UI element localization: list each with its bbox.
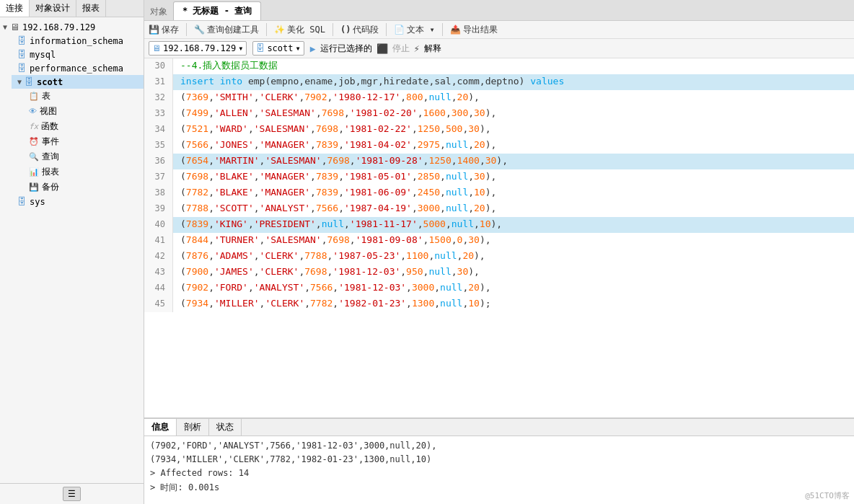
result-time: > 时间: 0.001s [150, 481, 848, 495]
code-lines: 30 --4.插入数据员工数据 31 insert into emp(empno… [144, 58, 854, 417]
line-num-42: 42 [144, 249, 173, 265]
line-num-44: 44 [144, 280, 173, 296]
tree-item-events[interactable]: ⏰ 事件 [23, 134, 144, 149]
views-icon: 👁 [29, 107, 37, 116]
tree-item-performance-schema[interactable]: 🗄 performance_schema [12, 61, 144, 75]
tree-item-views[interactable]: 👁 视图 [23, 104, 144, 119]
tables-label: 表 [42, 90, 50, 102]
snippet-button[interactable]: () 代码段 [340, 24, 379, 36]
sidebar-tab-design[interactable]: 对象设计 [30, 0, 76, 17]
backups-icon: 💾 [29, 182, 39, 192]
line-content-43: (7900,'JAMES','CLERK',7698,'1981-12-03',… [173, 265, 854, 280]
server-select[interactable]: 🖥 192.168.79.129 ▾ [149, 41, 247, 56]
toolbar: 💾 保存 🔧 查询创建工具 ✨ 美化 SQL () 代码段 📄 文本 ▾ 📤 导… [144, 21, 854, 39]
sidebar-tab-connection[interactable]: 连接 [0, 0, 30, 17]
tree-item-sys[interactable]: 🗄 sys [12, 195, 144, 208]
db-label-perf: performance_schema [30, 63, 123, 74]
run-label[interactable]: 运行已选择的 [320, 43, 372, 55]
tree-item-information-schema[interactable]: 🗄 information_schema [12, 34, 144, 48]
tab-query[interactable]: * 无标题 - 查询 [173, 1, 261, 20]
query-tool-button[interactable]: 🔧 查询创建工具 [194, 24, 259, 36]
database-select-icon: 🗄 [256, 43, 265, 53]
export-label: 导出结果 [463, 24, 498, 36]
reports-label: 报表 [42, 166, 59, 178]
bottom-tab-status[interactable]: 状态 [209, 419, 242, 436]
functions-icon: fx [29, 122, 38, 131]
line-num-35: 35 [144, 138, 173, 154]
code-editor[interactable]: 30 --4.插入数据员工数据 31 insert into emp(empno… [144, 58, 854, 417]
line-num-33: 33 [144, 106, 173, 122]
line-content-37: (7698,'BLAKE','MANAGER',7839,'1981-05-01… [173, 169, 854, 185]
beautify-icon: ✨ [274, 25, 285, 35]
backups-label: 备份 [42, 181, 59, 193]
sidebar-bottom: ☰ [0, 483, 144, 504]
db-icon-perf: 🗄 [17, 63, 27, 74]
query-tool-icon: 🔧 [194, 25, 205, 35]
db-icon-mysql: 🗄 [17, 49, 27, 60]
sidebar: 连接 对象设计 报表 ▼ 🖥 192.168.79.129 🗄 informat… [0, 0, 144, 504]
code-line-34: 34 (7521,'WARD','SALESMAN',7698,'1981-02… [144, 122, 854, 138]
tree-item-mysql[interactable]: 🗄 mysql [12, 48, 144, 61]
server-select-icon: 🖥 [152, 43, 161, 53]
save-button[interactable]: 💾 保存 [149, 24, 179, 36]
line-num-37: 37 [144, 169, 173, 185]
result-line-1: (7902,'FORD','ANALYST',7566,'1981-12-03'… [150, 439, 848, 453]
events-icon: ⏰ [29, 137, 39, 146]
text-button[interactable]: 📄 文本 ▾ [394, 24, 434, 36]
code-line-35: 35 (7566,'JONES','MANAGER',7839,'1981-04… [144, 138, 854, 154]
result-line-2: (7934,'MILLER','CLERK',7782,'1982-01-23'… [150, 453, 848, 467]
code-line-41: 41 (7844,'TURNER','SALESMAN',7698,'1981-… [144, 233, 854, 249]
code-line-39: 39 (7788,'SCOTT','ANALYST',7566,'1987-04… [144, 201, 854, 217]
tree-item-functions[interactable]: fx 函数 [23, 119, 144, 134]
scott-expand-icon: ▼ [17, 78, 22, 86]
db-label-scott: scott [37, 77, 63, 87]
code-line-36: 36 (7654,'MARTIN','SALESMAN',7698,'1981-… [144, 154, 854, 169]
tree-item-server[interactable]: ▼ 🖥 192.168.79.129 [0, 20, 144, 34]
server-icon: 🖥 [10, 22, 19, 32]
code-line-38: 38 (7782,'BLAKE','MANAGER',7839,'1981-06… [144, 185, 854, 201]
export-button[interactable]: 📤 导出结果 [450, 24, 498, 36]
tree-item-queries[interactable]: 🔍 查询 [23, 149, 144, 164]
line-num-45: 45 [144, 296, 173, 312]
bottom-tabs: 信息 剖析 状态 [144, 419, 854, 436]
stop-label[interactable]: 停止 [392, 43, 410, 55]
explain-label[interactable]: 解释 [424, 43, 441, 55]
database-select-arrow: ▾ [296, 43, 301, 53]
sidebar-tab-report[interactable]: 报表 [76, 0, 106, 17]
tree-item-reports[interactable]: 📊 报表 [23, 164, 144, 180]
beautify-button[interactable]: ✨ 美化 SQL [274, 24, 325, 36]
database-select[interactable]: 🗄 scott ▾ [252, 41, 304, 56]
bottom-tab-info[interactable]: 信息 [144, 419, 177, 436]
db-label-mysql: mysql [30, 50, 56, 60]
result-affected: > Affected rows: 14 [150, 467, 848, 480]
line-content-36: (7654,'MARTIN','SALESMAN',7698,'1981-09-… [173, 154, 854, 169]
scott-children: 📋 表 👁 视图 fx 函数 ⏰ 事件 🔍 查询 📊 报表 [23, 89, 144, 195]
tree-item-scott[interactable]: ▼ 🗄 scott [12, 75, 144, 89]
tree-item-backups[interactable]: 💾 备份 [23, 180, 144, 195]
line-num-43: 43 [144, 265, 173, 280]
table-icon: 📋 [29, 92, 39, 101]
code-line-43: 43 (7900,'JAMES','CLERK',7698,'1981-12-0… [144, 265, 854, 280]
line-content-30: --4.插入数据员工数据 [173, 58, 854, 74]
query-tool-label: 查询创建工具 [207, 24, 259, 36]
line-num-31: 31 [144, 74, 173, 90]
code-line-32: 32 (7369,'SMITH','CLERK',7902,'1980-12-1… [144, 90, 854, 106]
tree-item-tables[interactable]: 📋 表 [23, 89, 144, 104]
views-label: 视图 [40, 105, 57, 118]
collapse-button[interactable]: ☰ [63, 487, 81, 501]
reports-icon: 📊 [29, 167, 39, 177]
line-content-44: (7902,'FORD','ANALYST',7566,'1981-12-03'… [173, 280, 854, 296]
db-icon-info: 🗄 [17, 35, 27, 46]
db-label-info: information_schema [30, 36, 123, 46]
line-content-42: (7876,'ADAMS','CLERK',7788,'1987-05-23',… [173, 249, 854, 265]
sidebar-top-tabs: 连接 对象设计 报表 [0, 0, 144, 17]
line-num-30: 30 [144, 58, 173, 74]
line-content-41: (7844,'TURNER','SALESMAN',7698,'1981-09-… [173, 233, 854, 249]
line-num-39: 39 [144, 201, 173, 217]
bottom-tab-profile[interactable]: 剖析 [177, 419, 209, 436]
line-content-31: insert into emp(empno,ename,job,mgr,hire… [173, 74, 854, 90]
server-expand-icon: ▼ [3, 23, 7, 31]
database-select-value: scott [267, 43, 293, 53]
queries-icon: 🔍 [29, 152, 39, 162]
line-num-32: 32 [144, 90, 173, 106]
